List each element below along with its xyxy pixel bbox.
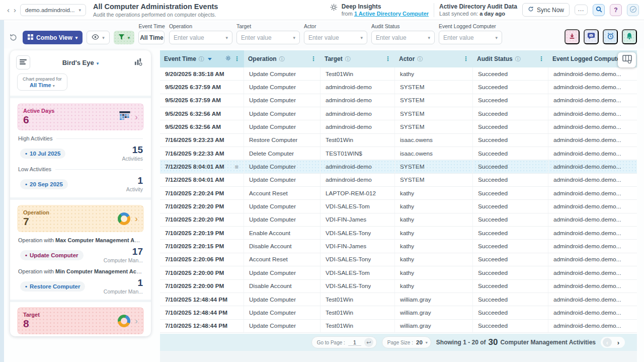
audit-status-filter-select[interactable]: Enter value ▾ xyxy=(371,31,435,44)
last-synced-label: Last synced on: xyxy=(439,11,478,17)
table-row[interactable]: 7/10/2025 2:20:00 PMUpdate ComputerVDI-S… xyxy=(160,266,637,279)
reset-history-button[interactable] xyxy=(9,31,18,44)
column-menu-icon[interactable]: ⋮ xyxy=(463,55,469,62)
table-cell: admindroid-demo xyxy=(320,94,395,107)
more-options-button[interactable]: … xyxy=(575,5,588,15)
nav-forward-button[interactable]: › xyxy=(12,5,18,15)
column-header-target[interactable]: Target ⓘ ⋮ xyxy=(320,50,395,67)
operation-filter-select[interactable]: Enter value ▾ xyxy=(169,31,232,44)
prev-page-button[interactable]: ‹ xyxy=(603,338,612,347)
table-cell: kathy xyxy=(395,280,473,293)
table-row[interactable]: 9/20/2025 8:35:18 AMUpdate ComputerTest0… xyxy=(160,67,637,81)
column-menu-icon[interactable]: ⋮ xyxy=(538,55,544,62)
target-value: 8 xyxy=(23,318,40,330)
export-download-button[interactable] xyxy=(565,29,580,44)
high-activity-date-link[interactable]: • 10 Jul 2025 xyxy=(20,149,65,159)
filter-label: Event Logged Computer xyxy=(439,23,502,29)
column-chooser-button[interactable] xyxy=(618,52,636,67)
table-row[interactable]: 7/10/2025 12:48:44 PMUpdate ComputerTest… xyxy=(160,293,637,306)
table-row[interactable]: 7/10/2025 2:20:20 PMUpdate ComputerVDI-F… xyxy=(160,213,637,227)
table-cell: Update Computer xyxy=(244,213,320,226)
table-row[interactable]: 9/5/2025 6:37:59 AMUpdate Computeradmind… xyxy=(160,81,637,94)
chart-settings-button[interactable] xyxy=(131,55,145,69)
divider xyxy=(10,197,151,200)
min-operation-link[interactable]: • Restore Computer xyxy=(20,281,85,292)
search-button[interactable] xyxy=(593,4,605,16)
column-header-event-time[interactable]: Event Time ⓘ ⋮ xyxy=(160,50,244,67)
table-cell: 7/10/2025 2:20:00 PM xyxy=(160,266,244,279)
goto-page-label: Go to Page : xyxy=(317,340,345,345)
filter-bar: Combo View ▾ ▾ ▾ Event Time All Time Ope… xyxy=(4,22,644,48)
calendar-icon xyxy=(119,111,130,122)
audit-data-block: Active Directory Audit Data Last synced … xyxy=(439,3,517,17)
row-handle-icon[interactable]: ≡ xyxy=(234,163,238,171)
table-row[interactable]: 7/10/2025 2:20:00 PMDisable AccountVDI-S… xyxy=(160,280,637,293)
table-row[interactable]: 7/10/2025 2:20:19 PMEnable AccountVDI-SA… xyxy=(160,227,637,240)
column-menu-icon[interactable]: ⋮ xyxy=(310,55,316,62)
table-row[interactable]: 9/5/2025 6:37:59 AMUpdate Computeradmind… xyxy=(160,94,637,107)
table-cell: Succeeded xyxy=(473,147,548,160)
help-button[interactable]: ? xyxy=(610,4,622,16)
page-size-control[interactable]: Page Size : 20 ▾ xyxy=(382,336,431,348)
max-operation-link[interactable]: • Update Computer xyxy=(20,250,84,260)
filter-field-event-logged-computer: Event Logged Computer Enter value ▾ xyxy=(439,23,502,44)
actor-filter-select[interactable]: Enter value ▾ xyxy=(304,31,367,44)
target-card[interactable]: Target 8 › xyxy=(17,307,144,334)
operation-min-row: • Restore Computer 1 Computer Man... xyxy=(18,278,143,295)
caret-down-icon: ▾ xyxy=(75,35,78,40)
table-row[interactable]: 7/10/2025 2:20:20 PMUpdate ComputerVDI-S… xyxy=(160,200,637,213)
low-activity-date-link[interactable]: • 20 Sep 2025 xyxy=(20,179,68,189)
table-row[interactable]: 7/12/2025 8:04:01 AMUpdate Computeradmin… xyxy=(160,174,637,187)
table-row[interactable]: 7/10/2025 2:20:24 PMAccount ResetLAPTOP-… xyxy=(160,187,637,200)
operation-card[interactable]: Operation 7 › xyxy=(17,205,144,232)
chart-list-button[interactable] xyxy=(16,55,30,69)
table-cell: kathy xyxy=(395,213,473,226)
visibility-button[interactable]: ▾ xyxy=(87,31,110,44)
feedback-button[interactable] xyxy=(584,29,599,44)
goto-page-input[interactable] xyxy=(348,339,361,346)
column-gear-icon[interactable] xyxy=(225,55,231,63)
column-header-operation[interactable]: Operation ⓘ ⋮ xyxy=(244,50,320,67)
target-filter-select[interactable]: Enter value ▾ xyxy=(236,31,300,44)
table-cell: admindroid-demo.demo... xyxy=(548,227,637,239)
chart-prepared-selector[interactable]: Chart prepared for All Time ▾ xyxy=(17,74,67,91)
next-page-button[interactable]: › xyxy=(614,338,623,347)
table-row[interactable]: 9/5/2025 6:32:56 AMUpdate Computeradmind… xyxy=(160,107,637,120)
active-days-card[interactable]: Active Days 6 › xyxy=(17,103,144,130)
table-row[interactable]: 7/10/2025 2:20:06 PMAccount ResetVDI-SAL… xyxy=(160,253,637,266)
event-time-filter-button[interactable]: All Time xyxy=(138,31,165,44)
table-cell: 7/10/2025 12:48:44 PM xyxy=(160,306,244,319)
table-row[interactable]: 7/16/2025 9:22:33 AMDelete ComputerTEST0… xyxy=(160,147,637,160)
column-header-actor[interactable]: Actor ⓘ ⋮ xyxy=(395,50,473,67)
nav-back-button[interactable]: ‹ xyxy=(5,5,12,15)
tenant-selector[interactable]: demo.admindroid... ▾ xyxy=(20,4,86,16)
table-cell: Succeeded xyxy=(473,134,548,147)
column-header-audit-status[interactable]: Audit Status ⓘ ⋮ xyxy=(473,50,548,67)
schedule-alert-button[interactable] xyxy=(603,29,618,44)
active-directory-computer-link[interactable]: 1 Active Directory Computer xyxy=(354,11,429,17)
max-operation-unit: Computer Man... xyxy=(104,257,143,263)
table-row[interactable]: 7/10/2025 2:20:15 PMDisable AccountVDI-F… xyxy=(160,240,637,253)
table-cell: admindroid-demo xyxy=(320,174,395,186)
filter-label: Actor xyxy=(304,23,367,29)
goto-page-submit-button[interactable]: ↩ xyxy=(364,338,373,347)
audit-data-title: Active Directory Audit Data xyxy=(439,3,517,10)
table-row[interactable]: 7/12/2025 8:04:01 AM≡Update Computeradmi… xyxy=(160,160,637,173)
column-menu-icon[interactable]: ⋮ xyxy=(234,55,240,62)
table-row[interactable]: 9/5/2025 6:32:56 AMUpdate Computeradmind… xyxy=(160,120,637,133)
notification-bell-button[interactable] xyxy=(622,29,637,44)
filter-button[interactable]: ▾ xyxy=(114,31,135,44)
table-cell: 7/10/2025 2:20:20 PM xyxy=(160,200,244,212)
license-check-button[interactable] xyxy=(627,4,639,16)
column-menu-icon[interactable]: ⋮ xyxy=(385,55,391,62)
table-row[interactable]: 7/10/2025 12:48:44 PMUpdate ComputerTest… xyxy=(160,306,637,319)
table-row[interactable]: 7/10/2025 12:48:44 PMUpdate ComputerTest… xyxy=(160,320,637,333)
table-row[interactable]: 7/16/2025 9:23:23 AMRestore ComputerTest… xyxy=(160,134,637,147)
view-selector-button[interactable]: Combo View ▾ xyxy=(23,31,83,44)
sync-now-button[interactable]: Sync Now xyxy=(522,3,570,17)
table-cell: admindroid-demo.demo... xyxy=(548,320,637,332)
table-cell: VDI-SALES-Tom xyxy=(320,266,395,279)
deep-insights-from: from xyxy=(342,11,353,17)
chart-view-selector[interactable]: Bird's Eye▾ xyxy=(30,59,131,66)
event-logged-computer-filter-select[interactable]: Enter value ▾ xyxy=(439,31,502,44)
